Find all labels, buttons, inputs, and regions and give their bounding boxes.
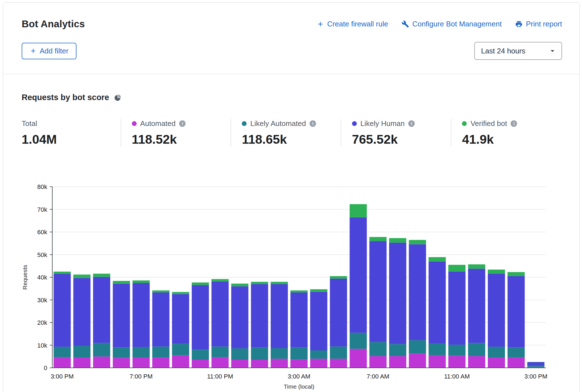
- stats-row: Total 1.04M Automated 118.52k Likely Aut…: [22, 119, 561, 147]
- chevron-down-icon: [548, 46, 557, 55]
- wrench-icon: [401, 20, 409, 28]
- likely-automated-legend-dot: [242, 121, 247, 126]
- svg-text:20k: 20k: [37, 319, 48, 326]
- stat-total-value: 1.04M: [22, 132, 121, 147]
- time-range-select[interactable]: Last 24 hours: [474, 42, 562, 60]
- plus-icon: [30, 47, 37, 55]
- configure-bot-management-label: Configure Bot Management: [412, 20, 502, 28]
- stat-automated-value: 118.52k: [132, 132, 231, 147]
- svg-text:60k: 60k: [37, 229, 48, 236]
- info-icon[interactable]: [511, 120, 517, 127]
- stat-verified-bot-label: Verified bot: [470, 119, 507, 128]
- svg-text:3:00 PM: 3:00 PM: [51, 373, 74, 380]
- svg-text:Time (local): Time (local): [284, 383, 314, 390]
- stat-likely-human-value: 765.52k: [352, 132, 451, 147]
- svg-text:3:00 AM: 3:00 AM: [288, 373, 310, 380]
- likely-human-legend-dot: [352, 121, 357, 126]
- stat-verified-bot-value: 41.9k: [462, 132, 561, 147]
- print-report-link[interactable]: Print report: [515, 20, 562, 28]
- svg-text:7:00 AM: 7:00 AM: [367, 373, 389, 380]
- printer-icon: [515, 20, 523, 28]
- svg-text:10k: 10k: [37, 342, 48, 349]
- svg-text:80k: 80k: [37, 183, 48, 190]
- pie-chart-icon: [114, 94, 121, 102]
- info-icon[interactable]: [179, 120, 186, 127]
- svg-text:11:00 PM: 11:00 PM: [207, 373, 233, 380]
- stat-total-label: Total: [22, 119, 37, 128]
- stat-likely-automated: Likely Automated 118.65k: [231, 119, 341, 147]
- header-actions: Create firewall rule Configure Bot Manag…: [317, 20, 562, 28]
- card-header: Bot Analytics Create firewall rule: [3, 3, 579, 74]
- stat-automated: Automated 118.52k: [121, 119, 231, 147]
- plus-icon: [317, 20, 324, 28]
- svg-text:40k: 40k: [37, 274, 48, 281]
- chart-section: Requests by bot score Total 1.04M Automa…: [3, 93, 579, 147]
- create-firewall-rule-label: Create firewall rule: [327, 20, 388, 28]
- svg-text:3:00 PM: 3:00 PM: [524, 373, 547, 380]
- automated-legend-dot: [132, 121, 137, 126]
- configure-bot-management-link[interactable]: Configure Bot Management: [401, 20, 502, 28]
- print-report-label: Print report: [526, 20, 562, 28]
- svg-text:0: 0: [44, 364, 47, 371]
- create-firewall-rule-link[interactable]: Create firewall rule: [317, 20, 388, 28]
- add-filter-button[interactable]: Add filter: [22, 43, 76, 59]
- add-filter-label: Add filter: [40, 47, 69, 55]
- stat-verified-bot: Verified bot 41.9k: [451, 119, 561, 147]
- svg-text:70k: 70k: [37, 206, 48, 213]
- info-icon[interactable]: [310, 120, 316, 127]
- stat-total: Total 1.04M: [22, 119, 121, 147]
- svg-text:Requests: Requests: [22, 265, 28, 290]
- stat-automated-label: Automated: [140, 119, 176, 128]
- stat-likely-automated-value: 118.65k: [242, 132, 341, 147]
- svg-text:11:00 AM: 11:00 AM: [444, 373, 470, 380]
- stat-likely-human-label: Likely Human: [360, 119, 405, 128]
- requests-chart: 010k20k30k40k50k60k70k80k3:00 PM7:00 PM1…: [0, 177, 582, 392]
- info-icon[interactable]: [408, 120, 415, 127]
- svg-text:30k: 30k: [37, 297, 48, 304]
- page-title: Bot Analytics: [22, 18, 85, 30]
- time-range-value: Last 24 hours: [481, 47, 525, 55]
- svg-text:7:00 PM: 7:00 PM: [130, 373, 153, 380]
- stat-likely-automated-label: Likely Automated: [250, 119, 306, 128]
- verified-bot-legend-dot: [462, 121, 467, 126]
- section-title: Requests by bot score: [22, 93, 109, 102]
- svg-text:50k: 50k: [37, 251, 48, 258]
- stat-likely-human: Likely Human 765.52k: [341, 119, 451, 147]
